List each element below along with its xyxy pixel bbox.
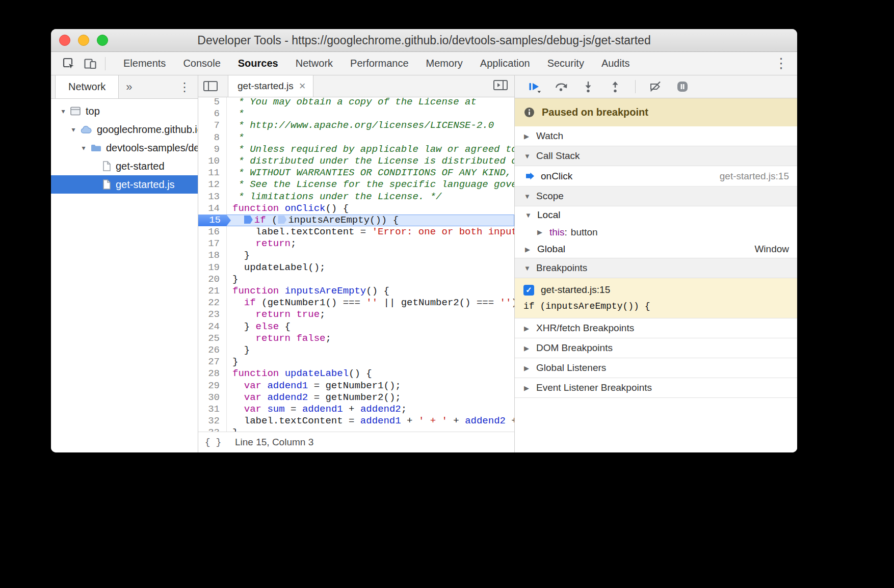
section-xhr-breakpoints[interactable]: ▶ XHR/fetch Breakpoints: [515, 318, 797, 338]
panel-tab-audits[interactable]: Audits: [593, 52, 639, 75]
chevron-down-icon[interactable]: ▼: [525, 211, 537, 219]
line-number-17[interactable]: 17: [198, 238, 226, 250]
tree-item-folder[interactable]: ▾ devtools-samples/debug-js: [51, 139, 198, 157]
toggle-navigator-icon[interactable]: [198, 75, 223, 97]
step-over-icon[interactable]: [554, 79, 568, 94]
code-line-23[interactable]: 23 return true;: [198, 309, 514, 320]
line-number-11[interactable]: 11: [198, 167, 226, 179]
step-into-icon[interactable]: [581, 79, 595, 94]
panel-tab-performance[interactable]: Performance: [341, 52, 417, 75]
line-number-30[interactable]: 30: [198, 392, 226, 404]
line-number-8[interactable]: 8: [198, 132, 226, 144]
pause-on-exceptions-icon[interactable]: [675, 79, 690, 94]
chevron-right-icon[interactable]: ▶: [524, 344, 536, 352]
line-number-31[interactable]: 31: [198, 404, 226, 415]
chevron-right-icon[interactable]: ▶: [525, 246, 537, 253]
navigator-menu-icon[interactable]: ⋮: [173, 80, 198, 94]
tree-item-top[interactable]: ▾ top: [51, 102, 198, 120]
navigator-tab-network[interactable]: Network: [55, 75, 119, 98]
panel-tab-elements[interactable]: Elements: [115, 52, 174, 75]
line-number-19[interactable]: 19: [198, 262, 226, 274]
code-line-33[interactable]: 33}: [198, 427, 514, 432]
section-dom-breakpoints[interactable]: ▶ DOM Breakpoints: [515, 338, 797, 358]
line-number-18[interactable]: 18: [198, 250, 226, 261]
line-number-7[interactable]: 7: [198, 120, 226, 131]
section-global-listeners[interactable]: ▶ Global Listeners: [515, 358, 797, 378]
code-line-6[interactable]: 6 *: [198, 108, 514, 120]
code-editor[interactable]: 5 * You may obtain a copy of the License…: [198, 97, 514, 432]
resume-script-icon[interactable]: [527, 79, 541, 94]
chevron-right-icon[interactable]: ▶: [537, 228, 549, 236]
main-menu-icon[interactable]: ⋮: [768, 57, 797, 70]
section-event-listener-breakpoints[interactable]: ▶ Event Listener Breakpoints: [515, 378, 797, 398]
line-number-29[interactable]: 29: [198, 380, 226, 392]
close-icon[interactable]: ×: [299, 79, 306, 93]
line-number-33[interactable]: 33: [198, 427, 226, 432]
editor-tab-get-started-js[interactable]: get-started.js ×: [228, 75, 313, 97]
code-line-20[interactable]: 20}: [198, 274, 514, 285]
call-stack-frame[interactable]: onClick get-started.js:15: [515, 166, 797, 186]
code-line-22[interactable]: 22 if (getNumber1() === '' || getNumber2…: [198, 297, 514, 309]
inline-breakpoint-marker[interactable]: [244, 216, 253, 224]
chevron-right-icon[interactable]: ▶: [524, 132, 536, 140]
line-number-12[interactable]: 12: [198, 179, 226, 191]
code-line-17[interactable]: 17 return;: [198, 238, 514, 250]
line-number-14[interactable]: 14: [198, 203, 226, 215]
line-number-24[interactable]: 24: [198, 321, 226, 333]
chevron-right-icon[interactable]: ▶: [524, 364, 536, 372]
frame-location[interactable]: get-started.js:15: [720, 171, 789, 182]
code-line-31[interactable]: 31 var sum = addend1 + addend2;: [198, 404, 514, 415]
panel-tab-memory[interactable]: Memory: [417, 52, 471, 75]
line-number-9[interactable]: 9: [198, 144, 226, 155]
code-line-7[interactable]: 7 * http://www.apache.org/licenses/LICEN…: [198, 120, 514, 131]
code-line-29[interactable]: 29 var addend1 = getNumber1();: [198, 380, 514, 392]
code-line-24[interactable]: 24 } else {: [198, 321, 514, 333]
code-line-30[interactable]: 30 var addend2 = getNumber2();: [198, 392, 514, 404]
breakpoint-location[interactable]: get-started.js:15: [541, 284, 610, 296]
code-line-10[interactable]: 10 * distributed under the License is di…: [198, 155, 514, 167]
preview-panel-icon[interactable]: [493, 79, 508, 93]
panel-tab-console[interactable]: Console: [174, 52, 229, 75]
step-out-icon[interactable]: [608, 79, 622, 94]
tree-item-get-started-js[interactable]: get-started.js: [51, 175, 198, 194]
chevron-down-icon[interactable]: ▼: [524, 264, 536, 272]
line-number-26[interactable]: 26: [198, 344, 226, 356]
scope-local-group[interactable]: ▼ Local: [515, 206, 797, 224]
window-titlebar[interactable]: Developer Tools - https://googlechrome.g…: [51, 29, 797, 52]
code-line-8[interactable]: 8 *: [198, 132, 514, 144]
code-line-19[interactable]: 19 updateLabel();: [198, 262, 514, 274]
line-number-6[interactable]: 6: [198, 108, 226, 120]
section-watch[interactable]: ▶ Watch: [515, 126, 797, 146]
zoom-window-button[interactable]: [97, 35, 108, 46]
line-number-27[interactable]: 27: [198, 356, 226, 368]
line-number-15[interactable]: 15: [198, 215, 231, 226]
line-number-23[interactable]: 23: [198, 309, 226, 320]
chevron-down-icon[interactable]: ▾: [68, 125, 78, 133]
code-line-12[interactable]: 12 * See the License for the specific la…: [198, 179, 514, 191]
section-scope[interactable]: ▼ Scope: [515, 186, 797, 206]
code-line-25[interactable]: 25 return false;: [198, 333, 514, 344]
code-line-28[interactable]: 28function updateLabel() {: [198, 368, 514, 380]
line-number-13[interactable]: 13: [198, 191, 226, 203]
line-number-16[interactable]: 16: [198, 226, 226, 238]
code-line-26[interactable]: 26 }: [198, 344, 514, 356]
line-number-32[interactable]: 32: [198, 415, 226, 427]
tree-item-origin[interactable]: ▾ googlechrome.github.io: [51, 120, 198, 139]
panel-tab-application[interactable]: Application: [471, 52, 539, 75]
line-number-28[interactable]: 28: [198, 368, 226, 380]
pretty-print-icon[interactable]: { }: [198, 432, 228, 452]
line-number-20[interactable]: 20: [198, 274, 226, 285]
code-line-14[interactable]: 14function onClick() {: [198, 203, 514, 215]
chevron-down-icon[interactable]: ▾: [78, 144, 89, 152]
code-line-18[interactable]: 18 }: [198, 250, 514, 261]
minimize-window-button[interactable]: [78, 35, 89, 46]
panel-tab-network[interactable]: Network: [287, 52, 341, 75]
tree-item-get-started[interactable]: get-started: [51, 157, 198, 175]
inspect-element-icon[interactable]: [58, 54, 80, 73]
code-line-9[interactable]: 9 * Unless required by applicable law or…: [198, 144, 514, 155]
code-line-13[interactable]: 13 * limitations under the License. */: [198, 191, 514, 203]
line-number-22[interactable]: 22: [198, 297, 226, 309]
breakpoint-code-snippet[interactable]: if (inputsAreEmpty()) {: [515, 299, 797, 313]
chevron-down-icon[interactable]: ▾: [58, 107, 68, 115]
code-line-15[interactable]: 15 if (inputsAreEmpty()) {: [198, 215, 514, 226]
